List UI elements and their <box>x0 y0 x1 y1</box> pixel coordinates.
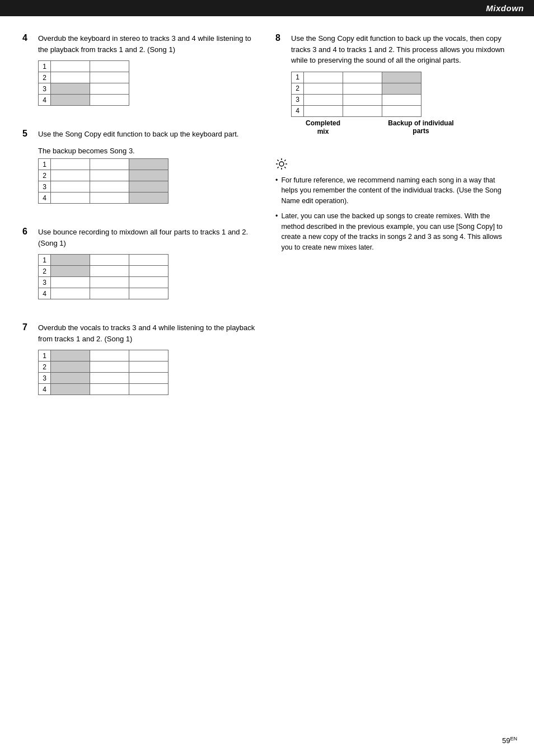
page-number: 59EN <box>502 736 517 745</box>
label-backup-individual: Backup of individual parts <box>382 119 460 137</box>
step-5-number: 5 <box>22 129 38 139</box>
step-8-diagram: 1 2 3 <box>291 72 460 137</box>
tips-section: For future reference, we recommend namin… <box>275 158 512 253</box>
page-num-value: 59 <box>502 736 510 745</box>
label-completed-mix: Completed mix <box>303 119 343 137</box>
svg-line-7 <box>284 159 285 161</box>
tip-sun-icon <box>275 158 288 170</box>
step-4-text: Overdub the keyboard in stereo to tracks… <box>38 33 259 55</box>
tip-icon <box>275 158 512 173</box>
step-4: 4 Overdub the keyboard in stereo to trac… <box>22 33 259 113</box>
step-5-text: Use the Song Copy edit function to back … <box>38 129 238 140</box>
svg-point-0 <box>279 162 284 166</box>
svg-line-8 <box>278 167 279 168</box>
step-4-number: 4 <box>22 33 38 43</box>
step-6-number: 6 <box>22 227 38 237</box>
step-7: 7 Overdub the vocals to tracks 3 and 4 w… <box>22 322 259 402</box>
page-num-sup: EN <box>510 736 517 741</box>
page-title: Mixdown <box>486 3 524 13</box>
svg-line-5 <box>278 159 279 161</box>
step-6-diagram: 1 2 3 <box>38 254 168 299</box>
tip-item-1: For future reference, we recommend namin… <box>275 175 512 206</box>
step-4-diagram: 1 2 3 4 <box>38 60 129 106</box>
tip-item-2: Later, you can use the backed up songs t… <box>275 211 512 253</box>
page-header: Mixdown <box>0 0 534 16</box>
step-8-text: Use the Song Copy edit function to back … <box>291 33 512 66</box>
step-5: 5 Use the Song Copy edit function to bac… <box>22 129 259 211</box>
step-5-sub: The backup becomes Song 3. <box>38 145 259 157</box>
step-6-text: Use bounce recording to mixdown all four… <box>38 227 259 248</box>
step-5-diagram: 1 2 3 <box>38 158 168 204</box>
svg-line-6 <box>284 167 285 168</box>
step-7-number: 7 <box>22 322 38 332</box>
step-7-text: Overdub the vocals to tracks 3 and 4 whi… <box>38 322 259 344</box>
step-8-number: 8 <box>275 33 291 43</box>
step-8: 8 Use the Song Copy edit function to bac… <box>275 33 512 142</box>
step-7-diagram: 1 2 3 <box>38 350 168 395</box>
step-6: 6 Use bounce recording to mixdown all fo… <box>22 227 259 307</box>
